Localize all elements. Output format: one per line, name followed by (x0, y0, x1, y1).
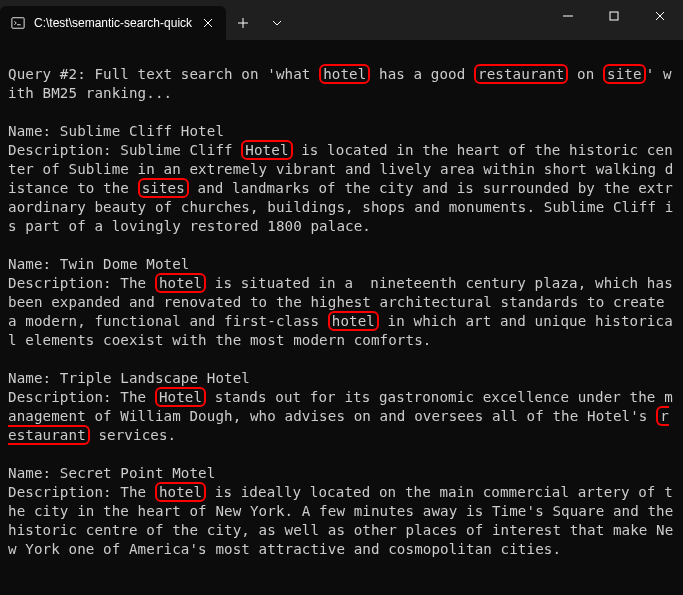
svg-rect-7 (610, 12, 618, 20)
result-description: Description: Sublime Cliff Hotel is loca… (8, 140, 673, 234)
maximize-button[interactable] (591, 0, 637, 32)
query-line: Query #2: Full text search on 'what hote… (8, 64, 672, 101)
result-name: Name: Twin Dome Motel (8, 256, 189, 272)
highlight-hotel: Hotel (155, 387, 206, 407)
highlight-site: site (603, 64, 646, 84)
highlight-restaurant: restaurant (474, 64, 568, 84)
svg-rect-0 (12, 18, 24, 29)
active-tab[interactable]: C:\test\semantic-search-quick (0, 6, 226, 40)
close-tab-button[interactable] (200, 15, 216, 31)
result-description: Description: The hotel is ideally locate… (8, 482, 682, 557)
highlight-hotel: Hotel (241, 140, 292, 160)
tab-title: C:\test\semantic-search-quick (34, 16, 192, 30)
result-name: Name: Triple Landscape Hotel (8, 370, 250, 386)
tab-dropdown-button[interactable] (260, 6, 294, 40)
titlebar: C:\test\semantic-search-quick (0, 0, 683, 40)
window-controls (545, 0, 683, 32)
close-window-button[interactable] (637, 0, 683, 32)
highlight-hotel: hotel (319, 64, 370, 84)
highlight-sites: sites (138, 178, 189, 198)
result-description: Description: The Hotel stands out for it… (8, 387, 673, 445)
highlight-hotel: hotel (328, 311, 379, 331)
result-description: Description: The hotel is situated in a … (8, 273, 681, 348)
minimize-button[interactable] (545, 0, 591, 32)
result-name: Name: Secret Point Motel (8, 465, 215, 481)
new-tab-button[interactable] (226, 6, 260, 40)
highlight-hotel: hotel (155, 482, 206, 502)
highlight-hotel: hotel (155, 273, 206, 293)
terminal-icon (10, 15, 26, 31)
result-name: Name: Sublime Cliff Hotel (8, 123, 224, 139)
terminal-output[interactable]: Query #2: Full text search on 'what hote… (0, 40, 683, 565)
